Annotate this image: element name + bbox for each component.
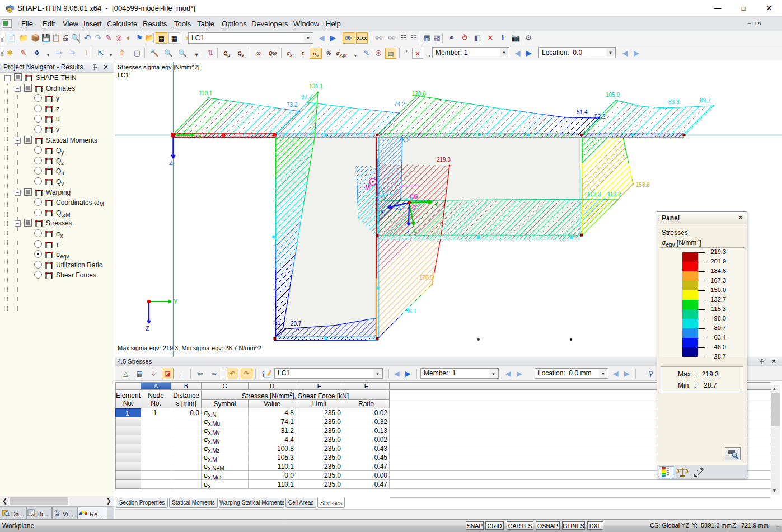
svg-text:113.2: 113.2 — [607, 191, 621, 197]
svg-text:170.5: 170.5 — [419, 275, 433, 281]
svg-text:105.9: 105.9 — [606, 92, 620, 98]
svg-text:131.1: 131.1 — [309, 83, 323, 90]
svg-text:73.2: 73.2 — [287, 102, 298, 108]
svg-text:219.3: 219.3 — [437, 157, 451, 163]
svg-text:Z: Z — [169, 159, 173, 166]
svg-text:M: M — [365, 184, 370, 191]
svg-text:y: y — [435, 200, 438, 206]
svg-text:110.1: 110.1 — [199, 90, 213, 96]
svg-text:67.1: 67.1 — [394, 205, 405, 211]
svg-text:97.7: 97.7 — [301, 94, 312, 100]
svg-text:Y: Y — [198, 133, 202, 139]
svg-text:C: C — [412, 205, 416, 211]
svg-text:89.7: 89.7 — [700, 97, 711, 103]
svg-text:98.5: 98.5 — [403, 197, 413, 203]
svg-text:120.6: 120.6 — [412, 91, 426, 97]
svg-text:158.8: 158.8 — [636, 182, 650, 188]
svg-text:v: v — [381, 208, 383, 214]
svg-text:31.7: 31.7 — [274, 320, 285, 326]
svg-text:u: u — [414, 228, 417, 234]
svg-text:51.4: 51.4 — [577, 109, 588, 115]
svg-text:83.8: 83.8 — [668, 99, 680, 105]
svg-text:Y: Y — [174, 298, 178, 305]
svg-text:76.2: 76.2 — [399, 137, 410, 143]
svg-text:28.7: 28.7 — [291, 321, 302, 327]
svg-text:86.0: 86.0 — [405, 308, 416, 314]
svg-text:Z: Z — [146, 325, 149, 332]
svg-text:74.2: 74.2 — [394, 101, 405, 107]
svg-text:52.2: 52.2 — [594, 114, 606, 120]
svg-text:z: z — [407, 228, 410, 234]
svg-text:113.3: 113.3 — [587, 191, 601, 197]
